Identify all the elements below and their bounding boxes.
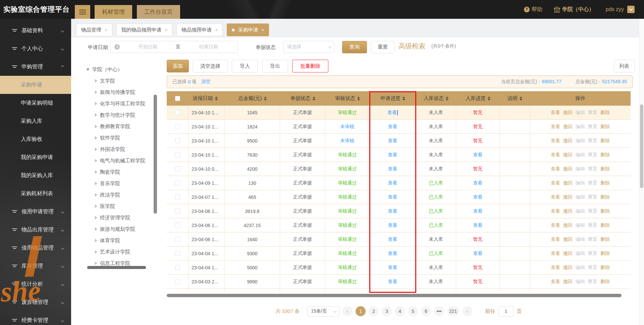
clear-selected-link[interactable]: 清空 [201, 79, 211, 85]
tab-chip[interactable]: 采购申请× [227, 23, 269, 36]
op-link[interactable]: 删除 [600, 166, 610, 172]
tree-root-node[interactable]: 学院（中心） [86, 64, 152, 75]
storage-progress-link[interactable]: 查看 [473, 152, 483, 158]
sort-icon[interactable] [520, 97, 522, 101]
table-horizontal-scrollbar[interactable] [167, 294, 622, 297]
page-size-select[interactable]: 15条/页 [307, 306, 339, 317]
op-link[interactable]: 撤回 [563, 138, 573, 144]
tab-chip[interactable]: 我的物品领用申请× [116, 23, 173, 36]
close-icon[interactable]: × [105, 28, 107, 33]
row-checkbox[interactable] [175, 265, 180, 270]
sidebar-item[interactable]: 采购申请 [0, 76, 71, 94]
doc-status-select[interactable]: 请选择 [283, 41, 334, 53]
view-progress-link[interactable]: 查看 [388, 279, 397, 285]
op-link[interactable]: 撤回 [563, 166, 573, 172]
op-link[interactable]: 删除 [600, 124, 610, 130]
op-link[interactable]: 查看 [551, 166, 560, 172]
page-button[interactable]: 6 [421, 306, 431, 316]
op-link[interactable]: 删除 [600, 293, 610, 293]
op-link[interactable]: 删除 [600, 180, 610, 186]
tree-node[interactable]: 医学院 [86, 201, 152, 212]
op-link[interactable]: 删除 [600, 194, 610, 200]
page-button[interactable]: 1 [356, 306, 366, 316]
column-header[interactable]: 总金额(元) [225, 95, 280, 102]
op-link[interactable]: 撤回 [563, 180, 573, 186]
row-checkbox[interactable] [175, 209, 180, 214]
op-link[interactable]: 撤回 [563, 236, 573, 242]
sort-icon[interactable] [357, 97, 360, 101]
op-link[interactable]: 删除 [600, 222, 610, 228]
next-page-button[interactable]: › [462, 306, 472, 316]
sidebar-item[interactable]: 采购入库 [0, 112, 71, 130]
advanced-search-link[interactable]: 高级检索 [398, 42, 425, 51]
op-link[interactable]: 撤回 [563, 279, 573, 285]
view-progress-link[interactable]: 查看 [388, 222, 397, 228]
op-link[interactable]: 查看 [551, 222, 560, 228]
org-switcher[interactable]: 学院（中心） [554, 6, 594, 13]
sort-icon[interactable] [313, 97, 315, 101]
sort-icon[interactable] [402, 97, 405, 101]
storage-progress-link[interactable]: 查看 [473, 251, 483, 257]
row-checkbox[interactable] [175, 195, 180, 200]
tree-node[interactable]: 音乐学院 [86, 178, 152, 189]
tree-node[interactable]: 现代教育技术中心 [86, 269, 152, 270]
op-link[interactable]: 删除 [600, 265, 610, 271]
row-checkbox[interactable] [175, 251, 180, 256]
row-checkbox[interactable] [175, 279, 180, 284]
hamburger-menu-button[interactable] [75, 5, 90, 19]
sidebar-group[interactable]: 统计分析 [0, 275, 71, 293]
view-progress-link[interactable]: 查看 [387, 110, 397, 116]
user-menu[interactable]: pds zyy [606, 6, 635, 13]
start-date-placeholder[interactable]: 开始日期 [122, 44, 173, 50]
top-nav-tab[interactable]: 耗材管理 [95, 5, 132, 19]
tree-node[interactable]: 电气与机械工程学院 [86, 155, 152, 166]
op-link[interactable]: 撤回 [563, 293, 573, 293]
op-link[interactable]: 删除 [600, 138, 610, 144]
sidebar-item[interactable]: 入库验收 [0, 130, 71, 148]
view-progress-link[interactable]: 查看 [388, 251, 397, 257]
page-button[interactable]: 2 [369, 306, 379, 316]
tree-horizontal-scrollbar[interactable] [87, 266, 146, 269]
row-checkbox[interactable] [175, 152, 180, 157]
op-link[interactable]: 查看 [551, 265, 560, 271]
tree-node[interactable]: 教师教育学院 [86, 121, 152, 132]
op-link[interactable]: 删除 [600, 110, 610, 116]
sidebar-group[interactable]: 个人中心 [0, 40, 71, 58]
view-progress-link[interactable]: 查看 [388, 265, 397, 271]
goto-page-input[interactable] [498, 306, 514, 317]
page-button[interactable]: 221 [447, 306, 459, 316]
view-progress-link[interactable]: 查看 [388, 124, 397, 130]
op-link[interactable]: 删除 [600, 236, 610, 242]
close-icon[interactable]: × [215, 28, 218, 33]
sidebar-group[interactable]: 库存管理 [0, 257, 71, 275]
date-range-input[interactable]: 开始日期 至 结束日期 [110, 41, 238, 53]
import-button[interactable]: 导入 [232, 60, 258, 72]
sort-icon[interactable] [264, 97, 267, 101]
tree-node[interactable]: 软件学院 [86, 132, 152, 144]
close-icon[interactable]: × [262, 28, 264, 33]
sort-icon[interactable] [446, 97, 448, 101]
sidebar-group[interactable]: 物品出库管理 [0, 221, 71, 239]
reset-button[interactable]: 重置 [371, 41, 394, 53]
column-header[interactable]: 审核状态 [325, 95, 370, 102]
page-button[interactable]: 4 [395, 306, 405, 316]
tree-node[interactable]: 化学与环境工程学院 [86, 98, 152, 109]
prev-page-button[interactable]: ‹ [342, 306, 353, 316]
column-header[interactable]: 单据状态 [280, 95, 325, 102]
storage-progress-link[interactable]: 查看 [473, 208, 483, 214]
op-link[interactable]: 查看 [551, 251, 560, 257]
tree-node[interactable]: 经济管理学院 [86, 212, 152, 223]
list-view-button[interactable]: 列表 [614, 60, 635, 72]
sidebar-item[interactable]: 我的采购申请 [0, 148, 71, 166]
view-progress-link[interactable]: 查看 [388, 208, 397, 214]
page-button[interactable]: 5 [408, 306, 418, 316]
column-header[interactable]: 入库状态 [416, 95, 456, 102]
op-link[interactable]: 删除 [600, 251, 610, 257]
row-checkbox[interactable] [175, 223, 180, 228]
op-link[interactable]: 查看 [551, 110, 560, 116]
help-link[interactable]: ? 帮助 [524, 6, 542, 13]
op-link[interactable]: 查看 [551, 279, 560, 285]
end-date-placeholder[interactable]: 结束日期 [183, 44, 234, 50]
sidebar-group[interactable]: 申购管理 [0, 58, 71, 76]
tree-node[interactable]: 体育学院 [86, 235, 152, 246]
